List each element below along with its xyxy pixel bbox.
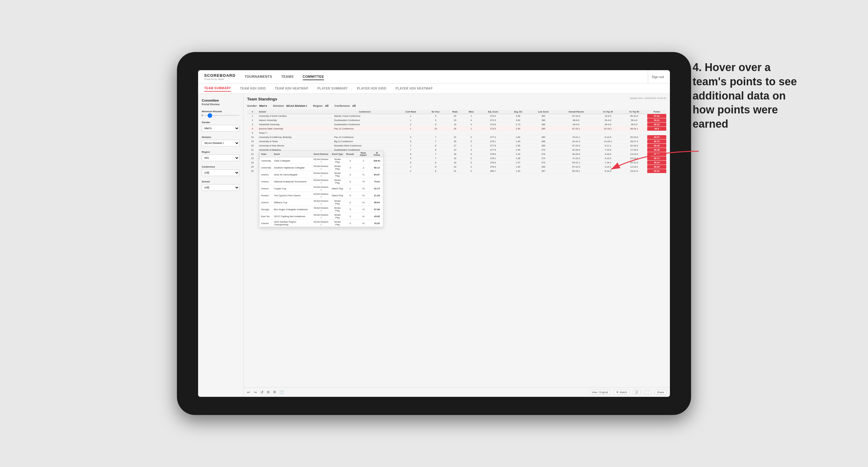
table-row[interactable]: 4Arizona State UniversityPac-12 Conferen… [247,127,666,131]
tab-player-h2h-grid[interactable]: PLAYER H2H GRID [357,86,386,91]
hover-table-row: Univers2023 Sahalee Players Championship… [259,220,383,227]
table-row[interactable]: 1University of North CarolinaAtlantic Co… [247,114,666,118]
division-select[interactable]: NCAA Division I [202,140,240,146]
toolbar-reset-icon[interactable]: ↺ [260,390,264,395]
toolbar-copy-icon[interactable]: ⧉ [267,390,270,394]
portal-header: Team Standings Update time: 13/03/2024 1… [247,97,666,101]
table-row[interactable]: 18University of California, BerkeleyPac-… [247,135,666,139]
gender-filter: Gender: Men's [247,104,267,107]
tab-team-h2h-heatmap[interactable]: TEAM H2H HEATMAP [275,86,309,91]
toolbar-clock-icon[interactable]: 🕐 [280,390,284,394]
col-avg-sg: Avg. SG [507,110,530,114]
min-rounds-slider[interactable] [204,115,240,116]
hover-table: Team Event Event Division Event Type Rou… [259,151,383,227]
hover-col-event: Event [273,151,312,157]
hover-col-type: Event Type [330,151,345,157]
logo-sub: Powered by clippd [204,78,236,81]
hover-table-row: UniversityCabo CollegiateNCAA Division I… [259,157,383,164]
update-time-section: Update time: 13/03/2024 10:03:42 [630,97,666,99]
annotation-text: 4. Hover over a team's points to see add… [692,61,807,131]
committee-info: Committee Portal Review [202,99,240,106]
logo: SCOREBOARD Powered by clippd [204,73,236,81]
region-filter-value: All [325,104,329,107]
col-conf-rank: Conf Rank [397,110,425,114]
filters-row: Gender: Men's Division: NCAA Division I … [247,104,666,107]
committee-subtitle: Portal Review [202,103,240,106]
conference-select[interactable]: (All) [202,169,240,176]
hover-table-row: UniversitySouthern Highlands CollegiateN… [259,164,383,171]
school-section: School (All) [202,180,240,191]
min-rounds-section: Minimum Rounds 0 [202,110,240,117]
region-filter: Region: All [313,104,329,107]
arrow-svg [587,145,702,182]
view-original-button[interactable]: View: Original [589,390,610,395]
hover-table-row: UniversAmer An IntercollegiateNCAA Divis… [259,171,383,178]
gender-label: Gender [202,121,240,124]
table-row[interactable]: 5Texas T... [247,131,666,135]
school-select[interactable]: (All) [202,184,240,191]
eye-icon: 👁 [616,391,619,394]
conference-filter-label: Conference: [335,104,350,107]
main-content: Committee Portal Review Minimum Rounds 0… [198,94,670,397]
update-time-value: 13/03/2024 10:03:42 [644,97,666,99]
table-row[interactable]: 2Auburn UniversitySoutheastern Conferenc… [247,118,666,123]
col-wins: Wins [463,110,479,114]
col-points: Points [647,110,666,114]
gender-select[interactable]: Men's [202,125,240,131]
table-row[interactable]: 19University of TexasBig 12 Conference37… [247,139,666,144]
tablet-screen: SCOREBOARD Powered by clippd TOURNAMENTS… [198,70,670,397]
min-rounds-label: Minimum Rounds [202,110,240,113]
committee-title: Committee [202,99,240,102]
school-label: School [202,180,240,183]
tab-player-summary[interactable]: PLAYER SUMMARY [317,86,348,91]
expand-button[interactable]: ⛶ [644,390,651,395]
toolbar-undo-icon[interactable]: ↩ [247,390,250,395]
sidebar: Committee Portal Review Minimum Rounds 0… [198,94,244,397]
hover-col-points: W Points [371,151,383,157]
table-row[interactable]: 3Vanderbilt UniversitySoutheastern Confe… [247,123,666,127]
annotation-container: 4. Hover over a team's points to see add… [692,61,807,131]
standings-title-section: Team Standings [247,97,277,101]
hover-table-row: East TenOFCC Fighting Illini Invitationa… [259,213,383,220]
tab-player-h2h-heatmap[interactable]: PLAYER H2H HEATMAP [396,86,433,91]
share-button[interactable]: Share [655,390,666,395]
tab-team-summary[interactable]: TEAM SUMMARY [204,85,231,92]
comment-button[interactable]: 💬 [633,390,641,395]
division-label: Division [202,136,240,138]
hover-col-division: Event Division [312,151,331,157]
sign-out-button[interactable]: Sign out [652,75,664,79]
hover-table-row: UniversWilliams CupNCAA Division IStroke… [259,199,383,206]
hover-col-rank: Rank Impact [356,151,371,157]
top-nav: SCOREBOARD Powered by clippd TOURNAMENTS… [198,70,670,84]
gender-filter-label: Gender: [247,104,258,107]
gender-section: Gender Men's [202,121,240,131]
region-label: Region [202,151,240,153]
toolbar-redo-icon[interactable]: ↪ [254,390,257,395]
hover-table-row: UniversNational Invitational TournamentN… [259,178,383,185]
col-vs-top-25: Vs Top 25 [595,110,621,114]
watch-button[interactable]: 👁 Watch [614,390,629,395]
gender-filter-value: Men's [259,104,267,107]
nav-committee[interactable]: COMMITTEE [303,73,324,80]
region-select[interactable]: N/A [202,155,240,161]
toolbar-settings-icon[interactable]: ⚙ [273,390,276,394]
standings-title: Team Standings [247,97,277,101]
conference-label: Conference [202,165,240,168]
tab-team-h2h-grid[interactable]: TEAM H2H GRID [240,86,266,91]
col-school: School [258,110,333,114]
logo-title: SCOREBOARD [204,73,236,78]
hover-col-team: Team [259,151,273,157]
division-filter: Division: NCAA Division I [273,104,307,107]
nav-tournaments[interactable]: TOURNAMENTS [245,73,272,80]
hover-table-row: UniversCopper CupNCAA Division IMatch Pl… [259,185,383,192]
hover-tooltip: Team Event Event Division Event Type Rou… [259,151,383,227]
col-rank: # [247,110,258,114]
col-overall: Overall Record [557,110,595,114]
region-filter-label: Region: [313,104,323,107]
col-rnds: Rnds [447,110,463,114]
conference-section: Conference (All) [202,165,240,176]
col-vs-top-50: Vs Top 50 [621,110,647,114]
conference-filter: Conference: All [335,104,356,107]
nav-teams[interactable]: TEAMS [281,73,294,80]
conference-filter-value: All [352,104,356,107]
